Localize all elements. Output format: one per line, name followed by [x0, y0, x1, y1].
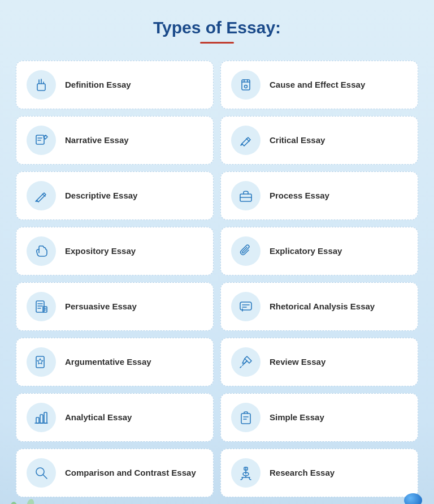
card-label-descriptive: Descriptive Essay: [65, 190, 137, 201]
doc-star-icon: [27, 347, 56, 377]
edit-icon: [27, 126, 56, 155]
card-label-persuasive: Persuasive Essay: [65, 301, 137, 312]
title-underline: [200, 42, 234, 44]
card-critical[interactable]: Critical Essay: [220, 116, 418, 165]
card-narrative[interactable]: Narrative Essay: [16, 116, 214, 165]
pin-icon: [231, 347, 261, 377]
plant-decoration: [6, 499, 40, 504]
bar-chart-icon: [27, 403, 56, 432]
card-label-review: Review Essay: [270, 356, 326, 368]
svg-marker-25: [37, 359, 43, 364]
chat-lines-icon: [231, 292, 261, 321]
hand-point-icon: [27, 236, 56, 266]
page-title: Types of Essay:: [0, 18, 434, 37]
briefcase-icon: [231, 181, 261, 210]
card-comparison[interactable]: Comparison and Contrast Essay: [16, 449, 214, 497]
page-wrapper: Types of Essay: Definition EssayCause an…: [0, 0, 434, 504]
svg-rect-0: [37, 84, 45, 91]
card-simple[interactable]: Simple Essay: [220, 393, 418, 442]
pencil-diagonal-icon: [27, 181, 56, 210]
card-label-expository: Expository Essay: [65, 245, 136, 257]
card-expository[interactable]: Expository Essay: [16, 227, 214, 275]
paperclip-icon: [231, 236, 261, 266]
card-label-critical: Critical Essay: [270, 135, 325, 146]
svg-rect-29: [44, 412, 47, 423]
books-stack: [397, 493, 428, 504]
card-label-research: Research Essay: [270, 467, 335, 479]
card-label-argumentative: Argumentative Essay: [65, 356, 151, 368]
svg-rect-18: [43, 307, 47, 312]
svg-rect-6: [36, 135, 44, 144]
magnifier-icon: [27, 458, 56, 488]
card-persuasive[interactable]: Persuasive Essay: [16, 282, 214, 331]
bookmark-icon: [231, 70, 261, 100]
pencil-cup-icon: [27, 70, 56, 100]
card-cause-effect[interactable]: Cause and Effect Essay: [220, 61, 418, 109]
svg-rect-31: [241, 413, 250, 424]
svg-line-9: [246, 139, 249, 141]
card-rhetorical[interactable]: Rhetorical Analysis Essay: [220, 282, 418, 331]
card-review[interactable]: Review Essay: [220, 338, 418, 386]
svg-rect-28: [40, 415, 43, 423]
svg-rect-24: [36, 356, 44, 368]
card-label-comparison: Comparison and Contrast Essay: [65, 467, 196, 479]
essay-grid: Definition EssayCause and Effect EssayNa…: [0, 49, 434, 503]
svg-rect-21: [240, 302, 251, 310]
header: Types of Essay:: [0, 0, 434, 49]
card-label-rhetorical: Rhetorical Analysis Essay: [270, 301, 375, 312]
card-label-cause-effect: Cause and Effect Essay: [270, 79, 365, 91]
card-label-analytical: Analytical Essay: [65, 412, 132, 423]
card-label-process: Process Essay: [270, 190, 329, 201]
card-label-definition: Definition Essay: [65, 79, 131, 91]
svg-rect-27: [36, 417, 39, 423]
svg-point-47: [10, 501, 19, 504]
svg-point-5: [245, 85, 248, 88]
card-label-simple: Simple Essay: [270, 412, 324, 423]
microscope-icon: [231, 458, 261, 488]
doc-list-icon: [27, 292, 56, 321]
svg-point-48: [26, 499, 35, 504]
card-label-explicatory: Explicatory Essay: [270, 245, 342, 257]
card-argumentative[interactable]: Argumentative Essay: [16, 338, 214, 386]
clipboard-icon: [231, 403, 261, 432]
card-label-narrative: Narrative Essay: [65, 135, 129, 146]
card-definition[interactable]: Definition Essay: [16, 61, 214, 109]
card-descriptive[interactable]: Descriptive Essay: [16, 171, 214, 220]
card-explicatory[interactable]: Explicatory Essay: [220, 227, 418, 275]
svg-line-35: [43, 475, 47, 479]
card-process[interactable]: Process Essay: [220, 171, 418, 220]
svg-line-26: [240, 367, 241, 368]
card-analytical[interactable]: Analytical Essay: [16, 393, 214, 442]
card-research[interactable]: Research Essay: [220, 449, 418, 497]
pencil-icon: [231, 126, 261, 155]
